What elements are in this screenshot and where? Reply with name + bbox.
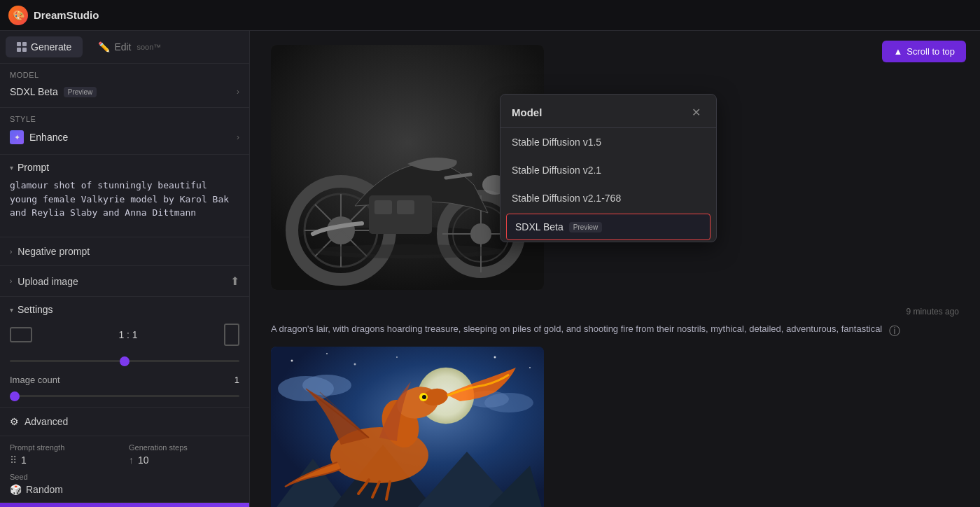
expand-icon: ›: [10, 248, 12, 256]
negative-prompt-label: Negative prompt: [18, 246, 90, 257]
settings-section: ▾ Settings 1 : 1 Image count 1: [0, 297, 249, 408]
style-label: Style: [10, 115, 239, 123]
image-count-value: 1: [234, 375, 239, 385]
style-icon: ✦: [10, 130, 24, 144]
model-label: Model: [10, 71, 239, 79]
model-selector[interactable]: SDXL Beta Preview ›: [10, 83, 239, 100]
grid-icon: [17, 42, 27, 52]
model-option-sdxl-badge: Preview: [569, 222, 603, 232]
style-section: Style ✦ Enhance ›: [0, 108, 249, 155]
upload-image-label: Upload image: [18, 276, 78, 287]
prompt-header-label: Prompt: [18, 162, 49, 173]
preview-badge: Preview: [64, 87, 97, 97]
style-selector[interactable]: ✦ Enhance ›: [10, 127, 239, 147]
topbar: 🎨 DreamStudio: [0, 0, 980, 31]
logo-icon: 🎨: [8, 6, 28, 25]
advanced-label: Advanced: [24, 416, 68, 427]
model-option-sd21[interactable]: Stable Diffusion v2.1: [500, 156, 716, 184]
model-dropdown-title: Model: [512, 106, 542, 118]
generation-steps-label: Generation steps: [129, 443, 239, 452]
seed-row: Seed 🎲 Random: [10, 473, 239, 495]
prompt-strength-item: Prompt strength ⠿ 1: [10, 443, 120, 466]
main-layout: Generate ✏️ Edit soon™ Model SDXL Beta P…: [0, 31, 980, 507]
modal-close-button[interactable]: ✕: [687, 104, 705, 120]
model-option-sdxl-name: SDXL Beta: [515, 221, 564, 232]
seed-value: 🎲 Random: [10, 484, 239, 495]
model-option-sd15[interactable]: Stable Diffusion v1.5: [500, 128, 716, 156]
aspect-wide-icon: [10, 327, 32, 342]
app-logo: 🎨 DreamStudio: [8, 6, 99, 25]
settings-header[interactable]: ▾ Settings: [10, 304, 239, 315]
aspect-ratio-row: 1 : 1: [10, 324, 239, 346]
app-name: DreamStudio: [34, 9, 99, 21]
settings-label: Settings: [18, 304, 53, 315]
aspect-ratio-label: 1 : 1: [118, 329, 137, 340]
model-option-sd21-768[interactable]: Stable Diffusion v2.1-768: [500, 184, 716, 212]
image-count-row: Image count 1: [10, 375, 239, 385]
advanced-grid: Prompt strength ⠿ 1 Generation steps ↑ 1…: [10, 443, 239, 466]
generate-tab-label: Generate: [31, 41, 71, 53]
model-option-sd15-name: Stable Diffusion v1.5: [512, 137, 601, 148]
tab-bar: Generate ✏️ Edit soon™: [0, 31, 249, 64]
prompt-section: ▾ Prompt glamour shot of stunningly beau…: [0, 155, 249, 237]
modal-backdrop[interactable]: Model ✕ Stable Diffusion v1.5 Stable Dif…: [250, 31, 980, 507]
prompt-header[interactable]: ▾ Prompt: [10, 162, 239, 173]
model-dropdown: Model ✕ Stable Diffusion v1.5 Stable Dif…: [500, 94, 717, 242]
image-count-slider[interactable]: [10, 395, 239, 397]
dream-button[interactable]: 🌙 Dream 0.17: [0, 503, 249, 507]
model-option-sd21-name: Stable Diffusion v2.1: [512, 165, 601, 176]
steps-icon: ↑: [129, 454, 134, 466]
expand-icon: ›: [10, 277, 12, 285]
edit-tab-label: Edit: [114, 41, 131, 53]
image-count-label: Image count: [10, 375, 60, 385]
soon-badge: soon™: [137, 43, 162, 51]
negative-prompt-left: › Negative prompt: [10, 246, 90, 257]
prompt-strength-label: Prompt strength: [10, 443, 120, 452]
model-name: SDXL Beta Preview: [10, 86, 97, 97]
prompt-strength-value: ⠿ 1: [10, 454, 120, 466]
generation-steps-item: Generation steps ↑ 10: [129, 443, 239, 466]
upload-image-left: › Upload image: [10, 276, 78, 287]
prompt-input[interactable]: glamour shot of stunningly beautiful you…: [10, 179, 239, 228]
sidebar: Generate ✏️ Edit soon™ Model SDXL Beta P…: [0, 31, 250, 507]
aspect-ratio-slider[interactable]: [10, 360, 239, 362]
style-name: ✦ Enhance: [10, 130, 68, 144]
aspect-tall-icon: [224, 324, 239, 346]
model-dropdown-header: Model ✕: [500, 95, 716, 128]
generate-tab[interactable]: Generate: [6, 36, 83, 57]
advanced-icon: ⚙: [10, 416, 19, 427]
seed-label: Seed: [10, 473, 239, 481]
chevron-right-icon: ›: [237, 87, 239, 97]
advanced-row[interactable]: ⚙ Advanced: [0, 408, 249, 436]
seed-icon: 🎲: [10, 484, 22, 495]
chevron-right-icon: ›: [237, 132, 239, 142]
advanced-section: Prompt strength ⠿ 1 Generation steps ↑ 1…: [0, 436, 249, 503]
edit-tab[interactable]: ✏️ Edit soon™: [87, 36, 172, 57]
negative-prompt-row[interactable]: › Negative prompt: [0, 237, 249, 266]
generation-steps-value: ↑ 10: [129, 454, 239, 466]
strength-icon: ⠿: [10, 454, 17, 466]
upload-icon: ⬆: [230, 275, 239, 288]
upload-image-row[interactable]: › Upload image ⬆: [0, 266, 249, 297]
model-section: Model SDXL Beta Preview ›: [0, 64, 249, 108]
edit-icon: ✏️: [98, 41, 110, 53]
model-option-sdxl[interactable]: SDXL Beta Preview: [506, 214, 710, 240]
collapse-icon: ▾: [10, 164, 13, 172]
model-option-sd21-768-name: Stable Diffusion v2.1-768: [512, 193, 621, 204]
collapse-icon: ▾: [10, 306, 13, 314]
